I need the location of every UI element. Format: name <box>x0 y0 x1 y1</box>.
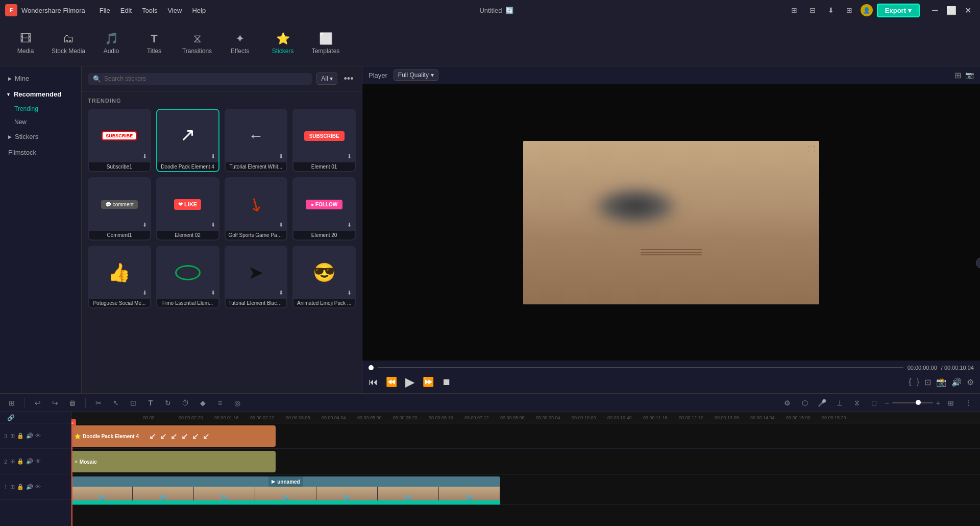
sidebar-item-filmstock[interactable]: Filmstock <box>0 145 81 160</box>
sidebar-item-stickers[interactable]: ▶ Stickers <box>0 129 81 145</box>
download-icon-8[interactable]: ⬇ <box>347 222 352 228</box>
menu-tools[interactable]: Tools <box>142 7 157 14</box>
sticker-item-doodle4[interactable]: ↙ ⬇ Doodle Pack Element 4 <box>156 109 219 172</box>
track-1-eye[interactable]: 👁 <box>35 484 41 490</box>
undo-button[interactable]: ↩ <box>31 396 44 410</box>
sticker-item-subscribe1[interactable]: SUBSCRIBE ⬇ Subscribe1 <box>88 109 151 172</box>
link-icon[interactable]: 🔗 <box>4 412 17 424</box>
zoom-control[interactable]: − + <box>885 399 940 407</box>
sticker-item-fimo[interactable]: ⬇ Fimo Essential Elem... <box>156 246 219 309</box>
sticker-item-golf[interactable]: ↘ ⬇ Golf Sports Game Pac... <box>225 177 288 241</box>
track-2-eye[interactable]: 👁 <box>35 458 41 465</box>
step-forward-button[interactable]: ⏩ <box>423 376 434 388</box>
download-icon-1[interactable]: ⬇ <box>142 153 147 160</box>
audio-tool[interactable]: ≡ <box>213 396 227 410</box>
sticker-item-element02[interactable]: ❤ LIKE ⬇ Element 02 <box>156 177 219 241</box>
text-tool[interactable]: T <box>144 396 157 410</box>
menu-view[interactable]: View <box>167 7 182 14</box>
download-icon-6[interactable]: ⬇ <box>211 222 215 228</box>
render-tool[interactable]: □ <box>868 396 881 410</box>
export-button[interactable]: Export ▾ <box>877 4 920 17</box>
minimize-button[interactable]: ─ <box>928 3 942 17</box>
download-icon-12[interactable]: ⬇ <box>347 290 352 296</box>
track-2-group[interactable]: ⊞ <box>10 458 15 465</box>
rotation-tool[interactable]: ↻ <box>161 396 175 410</box>
download-icon-2[interactable]: ⬇ <box>211 153 215 160</box>
sticker-item-emoji[interactable]: 😎 ⬇ Animated Emoji Pack ... <box>292 246 356 309</box>
resize-icon[interactable]: ⊟ <box>805 3 820 17</box>
tool-templates[interactable]: ⬜ Templates <box>305 23 346 64</box>
delete-button[interactable]: 🗑 <box>66 396 79 410</box>
record-tool[interactable]: 🎤 <box>816 396 829 410</box>
tool-titles[interactable]: T Titles <box>134 23 175 64</box>
track-3-lock[interactable]: 🔒 <box>17 433 24 439</box>
sidebar-section-recommended[interactable]: ▼ Recommended <box>0 86 81 102</box>
sticker-item-element20[interactable]: ● FOLLOW ⬇ Element 20 Follow Element 20 <box>292 177 356 241</box>
sticker-item-tutorial-black3[interactable]: ➤ ⬇ Tutorial Element Black 3 <box>225 246 288 309</box>
sidebar-item-mine[interactable]: ▶ Mine <box>0 70 81 86</box>
download-icon-7[interactable]: ⬇ <box>279 222 283 228</box>
tool-stickers[interactable]: ⭐ Stickers <box>262 23 303 64</box>
zoom-slider[interactable] <box>892 402 933 403</box>
track-2-lock[interactable]: 🔒 <box>17 458 24 465</box>
track-1-group[interactable]: ⊞ <box>10 484 15 490</box>
grid-icon[interactable]: ⊞ <box>842 3 856 17</box>
download-icon-5[interactable]: ⬇ <box>142 222 147 228</box>
close-button[interactable]: ✕ <box>961 3 975 17</box>
clip-video[interactable]: ▶ unnamed 🐦 🐦 🐦 🐦 🐦 🐦 🐦 <box>71 476 500 502</box>
quality-select[interactable]: Full Quality ▾ <box>394 69 438 81</box>
track-3-audio[interactable]: 🔊 <box>26 433 33 439</box>
resize-view-icon[interactable]: ⊡ <box>924 377 931 387</box>
download-icon-4[interactable]: ⬇ <box>347 153 352 160</box>
tool-media[interactable]: 🎞 Media <box>5 23 46 64</box>
transition-tool[interactable]: ⧖ <box>850 396 864 410</box>
track-3-group[interactable]: ⊞ <box>10 433 15 439</box>
track-1-lock[interactable]: 🔒 <box>17 484 24 490</box>
menu-edit[interactable]: Edit <box>120 7 132 14</box>
all-dropdown[interactable]: All ▾ <box>316 73 337 85</box>
snapshot-icon[interactable]: 📸 <box>936 377 946 387</box>
grid-view-button[interactable]: ⊞ <box>944 396 958 410</box>
download-icon-11[interactable]: ⬇ <box>279 290 283 296</box>
menu-file[interactable]: File <box>100 7 110 14</box>
account-icon[interactable]: 👤 <box>861 4 873 16</box>
download-icon-9[interactable]: ⬇ <box>142 290 147 296</box>
track-2-audio[interactable]: 🔊 <box>26 458 33 465</box>
cut-button[interactable]: ✂ <box>92 396 105 410</box>
play-button[interactable]: ▶ <box>405 375 414 389</box>
download-icon-3[interactable]: ⬇ <box>279 153 283 160</box>
settings-icon[interactable]: ⚙ <box>967 377 974 387</box>
zoom-out-icon[interactable]: − <box>885 399 889 407</box>
sticker-item-element01[interactable]: SUBSCRIBE ⬇ Element 01 <box>292 109 356 172</box>
keyframe-tool[interactable]: ◎ <box>231 396 244 410</box>
search-input-wrap[interactable]: 🔍 <box>88 73 312 85</box>
clip-doodle[interactable]: ⭐ Doodle Pack Element 4 ↙ ↙ ↙ ↙ ↙ ↙ <box>71 425 276 447</box>
layout-icon[interactable]: ⊞ <box>787 3 801 17</box>
rewind-button[interactable]: ⏮ <box>369 377 378 388</box>
sidebar-sub-trending[interactable]: Trending <box>0 102 81 115</box>
screenshot-icon[interactable]: 📷 <box>965 71 974 79</box>
sticker-item-portuguese[interactable]: 👍 ⬇ Potuguese Social Me... <box>88 246 151 309</box>
step-back-button[interactable]: ⏪ <box>386 376 397 388</box>
track-1-audio[interactable]: 🔊 <box>26 484 33 490</box>
menu-help[interactable]: Help <box>192 7 206 14</box>
track-3-eye[interactable]: 👁 <box>35 433 41 439</box>
video-progress-bar[interactable]: 00:00:00:00 / 00:00:10:04 <box>369 365 974 371</box>
select-tool[interactable]: ↖ <box>109 396 122 410</box>
fullscreen-icon[interactable]: ⛶ <box>808 145 815 153</box>
stop-button[interactable]: ⏹ <box>442 377 451 388</box>
more-options-button[interactable]: ••• <box>341 71 356 86</box>
tool-transitions[interactable]: ⧖ Transitions <box>177 23 217 64</box>
crop-tool[interactable]: ⊡ <box>127 396 140 410</box>
tool-effects[interactable]: ✦ Effects <box>219 23 260 64</box>
split-tool[interactable]: ⊥ <box>833 396 846 410</box>
search-input[interactable] <box>104 75 307 82</box>
in-point-icon[interactable]: { <box>909 377 911 387</box>
more-options-tl[interactable]: ⋮ <box>962 396 975 410</box>
sticker-item-comment1[interactable]: 💬 comment ⬇ Comment1 <box>88 177 151 241</box>
clip-mosaic[interactable]: + Mosaic <box>71 451 276 472</box>
download-icon-10[interactable]: ⬇ <box>211 290 215 296</box>
color-tool[interactable]: ◆ <box>196 396 209 410</box>
volume-icon[interactable]: 🔊 <box>951 377 962 387</box>
crop-icon[interactable]: ⊞ <box>954 70 961 80</box>
